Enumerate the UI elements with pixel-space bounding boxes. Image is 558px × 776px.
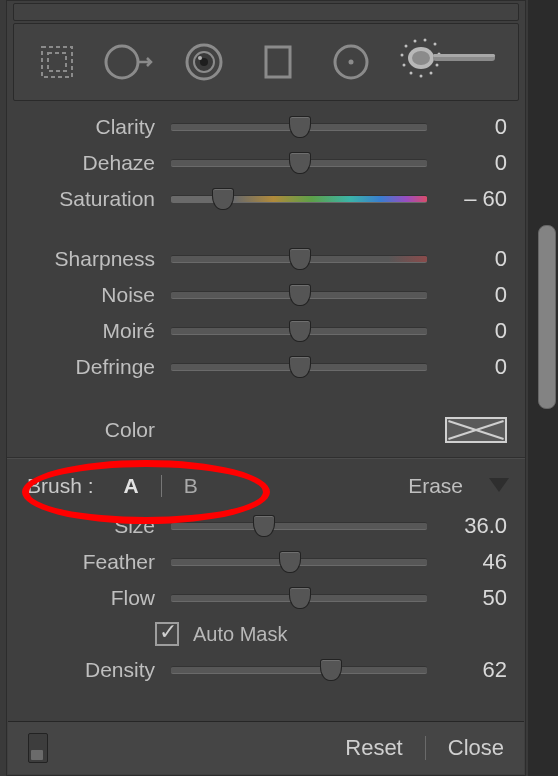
row-color: Color <box>7 409 525 451</box>
thumb-feather[interactable] <box>279 551 301 573</box>
slider-noise[interactable] <box>171 277 427 313</box>
row-defringe: Defringe 0 <box>7 349 525 385</box>
value-defringe[interactable]: 0 <box>427 354 507 380</box>
thumb-noise[interactable] <box>289 284 311 306</box>
svg-point-2 <box>106 46 138 78</box>
value-feather[interactable]: 46 <box>427 549 507 575</box>
thumb-dehaze[interactable] <box>289 152 311 174</box>
label-flow: Flow <box>7 586 171 610</box>
radial-filter-icon[interactable] <box>321 32 381 92</box>
brush-erase-button[interactable]: Erase <box>408 474 463 498</box>
svg-point-11 <box>414 40 417 43</box>
value-noise[interactable]: 0 <box>427 282 507 308</box>
label-density: Density <box>7 658 171 682</box>
label-sharpness: Sharpness <box>7 247 171 271</box>
thumb-moire[interactable] <box>289 320 311 342</box>
label-noise: Noise <box>7 283 171 307</box>
row-flow: Flow 50 <box>7 580 525 616</box>
svg-point-15 <box>436 64 439 67</box>
slider-feather[interactable] <box>171 544 427 580</box>
section-separator <box>7 457 525 458</box>
tool-strip <box>13 23 519 101</box>
value-density[interactable]: 62 <box>427 657 507 683</box>
value-moire[interactable]: 0 <box>427 318 507 344</box>
value-clarity[interactable]: 0 <box>427 114 507 140</box>
row-size: Size 36.0 <box>7 508 525 544</box>
thumb-sharpness[interactable] <box>289 248 311 270</box>
label-brush: Brush : <box>27 474 94 498</box>
svg-point-16 <box>430 72 433 75</box>
panel-toggle-switch[interactable] <box>28 733 48 763</box>
row-dehaze: Dehaze 0 <box>7 145 525 181</box>
label-saturation: Saturation <box>7 187 171 211</box>
value-flow[interactable]: 50 <box>427 585 507 611</box>
row-noise: Noise 0 <box>7 277 525 313</box>
row-automask: ✓ Auto Mask <box>7 616 525 652</box>
redeye-tool-icon[interactable] <box>174 32 234 92</box>
svg-point-13 <box>434 43 437 46</box>
svg-point-10 <box>405 45 408 48</box>
svg-rect-7 <box>266 47 290 77</box>
label-moire: Moiré <box>7 319 171 343</box>
value-size[interactable]: 36.0 <box>427 513 507 539</box>
svg-point-6 <box>198 56 202 60</box>
develop-panel: Clarity 0 Dehaze 0 Saturation – 60 <box>6 0 526 776</box>
label-clarity: Clarity <box>7 115 171 139</box>
svg-point-19 <box>403 64 406 67</box>
slider-sharpness[interactable] <box>171 241 427 277</box>
color-swatch[interactable] <box>445 417 507 443</box>
thumb-defringe[interactable] <box>289 356 311 378</box>
brush-a-button[interactable]: A <box>124 474 139 498</box>
adjustment-brush-icon[interactable] <box>395 32 505 92</box>
value-sharpness[interactable]: 0 <box>427 246 507 272</box>
slider-density[interactable] <box>171 652 427 688</box>
thumb-density[interactable] <box>320 659 342 681</box>
close-button[interactable]: Close <box>448 735 504 761</box>
panel-footer: Reset Close <box>8 721 524 774</box>
brush-collapse-icon[interactable] <box>489 478 509 492</box>
svg-rect-1 <box>48 53 66 71</box>
label-automask: Auto Mask <box>193 623 287 646</box>
value-dehaze[interactable]: 0 <box>427 150 507 176</box>
row-sharpness: Sharpness 0 <box>7 241 525 277</box>
svg-point-22 <box>412 51 430 65</box>
row-moire: Moiré 0 <box>7 313 525 349</box>
panel-header-stub <box>13 3 519 21</box>
thumb-flow[interactable] <box>289 587 311 609</box>
label-defringe: Defringe <box>7 355 171 379</box>
slider-dehaze[interactable] <box>171 145 427 181</box>
row-brush-select: Brush : A B Erase <box>7 464 525 508</box>
label-color: Color <box>7 418 171 442</box>
svg-point-12 <box>424 39 427 42</box>
row-saturation: Saturation – 60 <box>7 181 525 217</box>
footer-divider <box>425 736 426 760</box>
brush-b-button[interactable]: B <box>184 474 198 498</box>
slider-clarity[interactable] <box>171 109 427 145</box>
thumb-saturation[interactable] <box>212 188 234 210</box>
scrollbar-thumb[interactable] <box>538 225 556 409</box>
row-clarity: Clarity 0 <box>7 109 525 145</box>
slider-defringe[interactable] <box>171 349 427 385</box>
svg-rect-24 <box>433 54 495 57</box>
slider-size[interactable] <box>171 508 427 544</box>
slider-moire[interactable] <box>171 313 427 349</box>
thumb-size[interactable] <box>253 515 275 537</box>
label-dehaze: Dehaze <box>7 151 171 175</box>
row-feather: Feather 46 <box>7 544 525 580</box>
brush-ab-divider <box>161 475 162 497</box>
scrollbar-track[interactable] <box>528 0 558 776</box>
svg-rect-0 <box>42 47 72 77</box>
svg-point-20 <box>401 54 404 57</box>
reset-button[interactable]: Reset <box>345 735 402 761</box>
svg-point-18 <box>410 72 413 75</box>
checkbox-automask[interactable]: ✓ <box>155 622 179 646</box>
slider-saturation[interactable] <box>171 181 427 217</box>
svg-point-17 <box>420 75 423 78</box>
crop-tool-icon[interactable] <box>27 32 87 92</box>
slider-flow[interactable] <box>171 580 427 616</box>
thumb-clarity[interactable] <box>289 116 311 138</box>
value-saturation[interactable]: – 60 <box>427 186 507 212</box>
spot-removal-icon[interactable] <box>100 32 160 92</box>
graduated-filter-icon[interactable] <box>248 32 308 92</box>
label-feather: Feather <box>7 550 171 574</box>
